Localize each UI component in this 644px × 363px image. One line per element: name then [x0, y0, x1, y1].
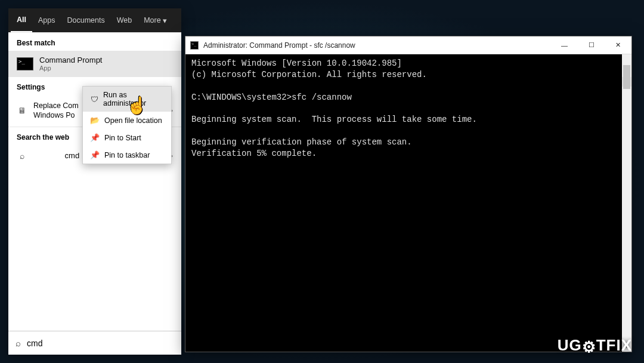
admin-icon: 🛡 [89, 95, 100, 104]
cm-pin-to-start[interactable]: 📌 Pin to Start [83, 129, 171, 146]
search-icon: ⌕ [16, 338, 21, 348]
cm-label: Open file location [104, 116, 162, 125]
pin-start-icon: 📌 [89, 133, 101, 142]
cm-label: Pin to taskbar [104, 151, 150, 159]
maximize-button[interactable]: ☐ [578, 36, 605, 54]
cm-pin-to-taskbar[interactable]: 📌 Pin to taskbar [83, 146, 171, 164]
search-icon: ⌕ [17, 151, 27, 161]
scroll-thumb[interactable] [623, 65, 630, 89]
search-tabs: All Apps Documents Web More ▾ [8, 8, 181, 32]
best-match-subtitle: App [39, 64, 102, 72]
cmd-icon [17, 57, 33, 70]
scrollbar[interactable]: ▲ ▼ [622, 54, 631, 352]
tab-more[interactable]: More ▾ [138, 8, 173, 32]
folder-icon: 📂 [89, 116, 101, 125]
minimize-button[interactable]: — [551, 36, 578, 54]
search-input-row: ⌕ [8, 331, 181, 355]
tab-documents[interactable]: Documents [61, 8, 110, 32]
web-query-text: cmd [65, 151, 80, 160]
tab-web[interactable]: Web [111, 8, 138, 32]
search-input[interactable] [27, 339, 174, 348]
close-button[interactable]: ✕ [605, 36, 631, 54]
best-match-title: Command Prompt [39, 56, 102, 64]
cmd-icon [190, 41, 199, 50]
cursor-pointer-icon: ☝ [126, 96, 147, 115]
titlebar[interactable]: Administrator: Command Prompt - sfc /sca… [185, 36, 631, 54]
tab-apps[interactable]: Apps [32, 8, 61, 32]
cmd-window: Administrator: Command Prompt - sfc /sca… [185, 36, 632, 352]
terminal-text: Microsoft Windows [Version 10.0.19042.98… [191, 59, 477, 158]
search-panel: All Apps Documents Web More ▾ Best match… [8, 8, 181, 355]
terminal-output[interactable]: Microsoft Windows [Version 10.0.19042.98… [185, 54, 631, 352]
tab-more-label: More [144, 16, 160, 24]
best-match-item[interactable]: Command Prompt App [8, 51, 181, 76]
cm-label: Pin to Start [104, 134, 141, 142]
best-match-header: Best match [8, 32, 181, 51]
gear-icon: ⚙ [582, 338, 596, 356]
watermark: UG⚙TFIX [558, 336, 632, 355]
monitor-icon: 🖥 [17, 106, 27, 115]
window-title: Administrator: Command Prompt - sfc /sca… [203, 41, 551, 50]
pin-taskbar-icon: 📌 [89, 150, 101, 159]
tab-all[interactable]: All [11, 8, 32, 32]
